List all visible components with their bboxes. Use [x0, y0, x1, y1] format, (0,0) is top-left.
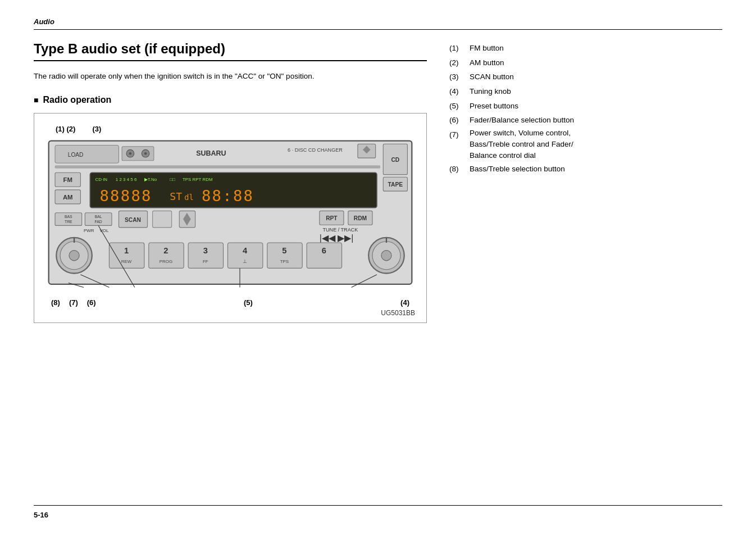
feature-num-5: (5) [449, 99, 466, 113]
svg-text:▶T.No: ▶T.No [144, 177, 157, 182]
svg-text:3: 3 [203, 246, 208, 255]
feature-num-3: (3) [449, 70, 466, 84]
svg-point-56 [381, 250, 391, 260]
svg-text:ST: ST [170, 190, 182, 202]
subsection-title: Radio operation [34, 95, 427, 105]
top-label-1-2: (1) (2) [56, 125, 75, 133]
left-column: Type B audio set (if equipped) The radio… [34, 41, 427, 323]
feature-text-1: FM button [470, 41, 504, 56]
feature-num-1: (1) [449, 41, 466, 56]
feature-text-8: Bass/Treble selection button [470, 162, 565, 176]
feature-num-8: (8) [449, 162, 466, 176]
svg-text:FAD: FAD [95, 219, 102, 223]
feature-item-7: (7) Power switch, Volume control,Bass/Tr… [449, 128, 640, 162]
feature-item-6: (6) Fader/Balance selection button [449, 113, 640, 128]
feature-item-1: (1) FM button [449, 41, 640, 56]
feature-text-7: Power switch, Volume control,Bass/Treble… [470, 128, 573, 162]
feature-num-2: (2) [449, 56, 466, 70]
svg-text:CD: CD [391, 157, 399, 163]
feature-text-5: Preset buttons [470, 99, 518, 113]
svg-point-52 [69, 250, 79, 260]
feature-text-4: Tuning knob [470, 84, 511, 99]
image-credit: UG5031BB [45, 309, 415, 317]
feature-num-4: (4) [449, 84, 466, 99]
svg-rect-14 [55, 165, 380, 168]
intro-text: The radio will operate only when the ign… [34, 70, 427, 83]
svg-text:PROG: PROG [160, 259, 172, 264]
svg-text:BAS: BAS [65, 214, 72, 218]
feature-text-6: Fader/Balance selection button [470, 113, 574, 128]
bottom-label-7: (7) [69, 298, 78, 307]
svg-text:AM: AM [63, 194, 73, 201]
radio-diagram-box: (1) (2) (3) LOAD [34, 113, 427, 323]
svg-text:SUBARU: SUBARU [196, 149, 226, 157]
svg-point-5 [129, 152, 132, 155]
svg-text:5: 5 [282, 246, 286, 255]
feature-item-4: (4) Tuning knob [449, 84, 640, 99]
diagram-labels-top: (1) (2) (3) [45, 125, 415, 133]
svg-point-7 [144, 152, 147, 155]
svg-text:TPS RPT RDM: TPS RPT RDM [183, 177, 213, 182]
svg-text:⊥: ⊥ [243, 258, 247, 264]
svg-text:RDM: RDM [354, 215, 367, 221]
svg-text:TRE: TRE [65, 219, 72, 223]
svg-text:CD·IN: CD·IN [95, 177, 107, 182]
svg-text:TPS: TPS [280, 259, 289, 264]
svg-text:1 2 3 4 5 6: 1 2 3 4 5 6 [116, 177, 137, 182]
bottom-left-labels: (8) (7) (6) [51, 298, 96, 307]
svg-text:dl: dl [184, 193, 193, 202]
feature-item-2: (2) AM button [449, 56, 640, 70]
right-column: (1) FM button (2) AM button (3) SCAN but… [449, 41, 640, 323]
svg-text:SCAN: SCAN [125, 216, 141, 222]
footer-page: 5-16 [34, 511, 48, 519]
bottom-label-6: (6) [87, 298, 96, 307]
feature-list: (1) FM button (2) AM button (3) SCAN but… [449, 41, 640, 176]
top-label-3: (3) [92, 125, 101, 133]
svg-text:88888: 88888 [99, 187, 152, 205]
content-area: Type B audio set (if equipped) The radio… [34, 41, 722, 323]
svg-text:6: 6 [322, 246, 326, 255]
svg-text:TAPE: TAPE [388, 181, 403, 188]
svg-text:TUNE / TRACK: TUNE / TRACK [323, 226, 358, 232]
svg-text:6 · DISC CD CHANGER: 6 · DISC CD CHANGER [288, 147, 343, 152]
diagram-labels-bottom: (8) (7) (6) (5) (4) [45, 293, 415, 307]
svg-text:88:88: 88:88 [202, 187, 254, 205]
radio-unit: LOAD SUBARU 6 · DISC CD CHANGER [45, 135, 415, 293]
svg-text:FM: FM [63, 176, 72, 183]
feature-text-3: SCAN button [470, 70, 514, 84]
bottom-label-4: (4) [400, 298, 409, 307]
svg-text:2: 2 [163, 246, 168, 255]
section-title: Type B audio set (if equipped) [34, 41, 427, 61]
svg-text:REW: REW [121, 259, 132, 264]
footer-section: 5-16 [34, 505, 722, 519]
svg-text:FF: FF [203, 259, 208, 264]
bottom-label-5: (5) [244, 298, 253, 307]
feature-text-2: AM button [470, 56, 504, 70]
svg-text:LOAD: LOAD [68, 151, 84, 157]
feature-item-8: (8) Bass/Treble selection button [449, 162, 640, 176]
svg-text:RPT: RPT [326, 215, 338, 221]
feature-item-3: (3) SCAN button [449, 70, 640, 84]
svg-text:4: 4 [243, 246, 248, 255]
svg-rect-39 [153, 211, 172, 227]
feature-num-6: (6) [449, 113, 466, 128]
feature-num-7: (7) [449, 128, 466, 142]
svg-text:□□: □□ [170, 177, 175, 182]
svg-text:PWR: PWR [84, 228, 94, 233]
svg-text:|◀◀  ▶▶|: |◀◀ ▶▶| [320, 233, 354, 242]
svg-rect-1 [55, 145, 119, 163]
svg-text:BAL: BAL [95, 214, 102, 218]
bottom-label-8: (8) [51, 298, 60, 307]
header-section: Audio [34, 17, 722, 30]
svg-text:1: 1 [124, 246, 129, 255]
radio-diagram-svg: LOAD SUBARU 6 · DISC CD CHANGER [45, 135, 415, 293]
feature-item-5: (5) Preset buttons [449, 99, 640, 113]
header-title: Audio [34, 17, 54, 26]
